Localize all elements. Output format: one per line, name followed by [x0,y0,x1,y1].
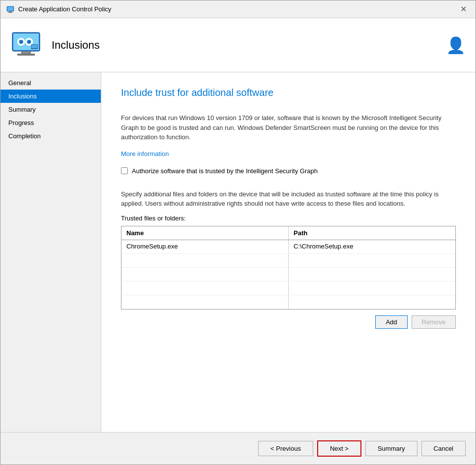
row-name-cell [121,268,289,281]
svg-point-7 [19,40,23,44]
svg-rect-10 [21,51,31,54]
summary-button[interactable]: Summary [365,441,417,456]
sidebar-item-inclusions[interactable]: Inclusions [0,90,101,103]
footer: < Previous Next > Summary Cancel [0,432,476,465]
dialog-window: Create Application Control Policy ✕ Incl… [0,0,476,465]
row-path-cell [289,295,455,309]
content-area: Include trust for additional software Fo… [101,72,476,432]
main-content: General Inclusions Summary Progress Comp… [0,72,476,432]
trusted-label: Trusted files or folders: [121,215,456,222]
sidebar-item-general[interactable]: General [0,76,101,90]
window-title: Create Application Control Policy [18,5,111,13]
table-buttons: Add Remove [121,315,456,329]
row-path-cell [289,281,455,295]
row-name-cell [121,281,289,295]
table-row[interactable] [121,268,455,281]
svg-rect-11 [17,54,35,56]
cancel-button[interactable]: Cancel [421,441,466,456]
table-row[interactable]: ChromeSetup.exe C:\ChromeSetup.exe [121,240,455,254]
sidebar-item-progress[interactable]: Progress [0,116,101,129]
trusted-section-desc: Specify additional files and folders on … [121,189,455,209]
header-panel: Inclusions 👤 [0,18,476,72]
svg-rect-13 [31,45,37,48]
svg-point-9 [27,40,31,44]
checkbox-row: Authorize software that is trusted by th… [121,167,456,175]
remove-button[interactable]: Remove [412,315,456,329]
row-name-cell [121,254,289,267]
svg-rect-2 [9,11,12,12]
next-button[interactable]: Next > [317,440,361,457]
header-left: Inclusions [10,30,100,61]
sidebar: General Inclusions Summary Progress Comp… [0,72,101,432]
row-name-cell [121,295,289,309]
close-button[interactable]: ✕ [457,3,470,15]
header-title: Inclusions [52,39,100,52]
sidebar-item-completion[interactable]: Completion [0,129,101,143]
description-text: For devices that run Windows 10 version … [121,113,455,142]
title-bar-left: Create Application Control Policy [6,5,111,13]
col-path-header: Path [289,226,455,240]
table-row[interactable] [121,295,455,309]
person-icon: 👤 [446,36,466,55]
sidebar-item-summary[interactable]: Summary [0,103,101,116]
table-row[interactable] [121,281,455,295]
app-icon [6,5,14,13]
trusted-files-table: Name Path ChromeSetup.exe C:\ChromeSetup… [121,226,456,310]
title-bar: Create Application Control Policy ✕ [0,0,476,18]
col-name-header: Name [121,226,289,240]
add-button[interactable]: Add [375,315,407,329]
svg-rect-3 [8,12,13,13]
row-name-cell: ChromeSetup.exe [121,240,289,253]
table-header: Name Path [121,226,455,240]
row-path-cell [289,254,455,267]
isg-checkbox[interactable] [121,167,128,174]
more-info-link[interactable]: More information [121,150,169,157]
table-row[interactable] [121,254,455,268]
svg-rect-1 [7,7,13,11]
previous-button[interactable]: < Previous [258,441,313,456]
row-path-cell: C:\ChromeSetup.exe [289,240,455,253]
computer-icon [10,30,42,61]
content-title: Include trust for additional software [121,87,456,98]
checkbox-label[interactable]: Authorize software that is trusted by th… [132,167,318,175]
row-path-cell [289,268,455,281]
